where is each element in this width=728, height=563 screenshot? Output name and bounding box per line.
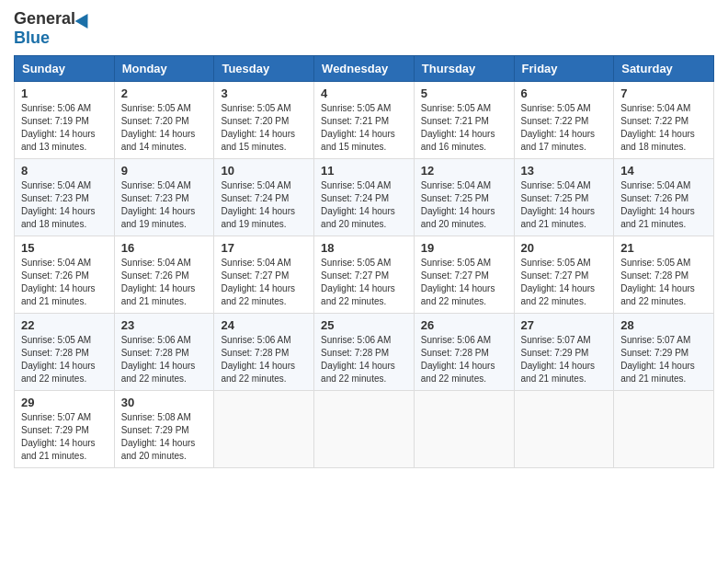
calendar-cell: 8 Sunrise: 5:04 AMSunset: 7:23 PMDayligh… <box>15 159 115 236</box>
day-number: 5 <box>421 86 507 100</box>
calendar-cell: 30 Sunrise: 5:08 AMSunset: 7:29 PMDaylig… <box>114 391 214 468</box>
calendar-cell: 10 Sunrise: 5:04 AMSunset: 7:24 PMDaylig… <box>214 159 314 236</box>
day-number: 1 <box>21 86 108 100</box>
day-info: Sunrise: 5:05 AMSunset: 7:27 PMDaylight:… <box>421 258 495 306</box>
calendar-cell: 20 Sunrise: 5:05 AMSunset: 7:27 PMDaylig… <box>514 236 614 314</box>
calendar-week-2: 8 Sunrise: 5:04 AMSunset: 7:23 PMDayligh… <box>15 159 714 236</box>
day-info: Sunrise: 5:05 AMSunset: 7:20 PMDaylight:… <box>221 103 295 152</box>
day-number: 23 <box>121 318 208 332</box>
weekday-header-monday: Monday <box>114 56 214 82</box>
calendar-week-4: 22 Sunrise: 5:05 AMSunset: 7:28 PMDaylig… <box>15 314 714 391</box>
calendar-cell: 17 Sunrise: 5:04 AMSunset: 7:27 PMDaylig… <box>214 236 314 314</box>
day-number: 4 <box>321 86 407 100</box>
logo: General Blue <box>14 9 94 48</box>
day-info: Sunrise: 5:04 AMSunset: 7:26 PMDaylight:… <box>121 258 196 306</box>
day-number: 2 <box>121 86 208 100</box>
calendar-cell: 7 Sunrise: 5:04 AMSunset: 7:22 PMDayligh… <box>614 82 714 159</box>
day-info: Sunrise: 5:05 AMSunset: 7:22 PMDaylight:… <box>521 103 596 152</box>
day-number: 14 <box>620 164 707 178</box>
day-info: Sunrise: 5:08 AMSunset: 7:29 PMDaylight:… <box>121 412 196 461</box>
calendar-cell: 6 Sunrise: 5:05 AMSunset: 7:22 PMDayligh… <box>514 82 614 159</box>
day-number: 13 <box>521 164 608 178</box>
calendar-week-5: 29 Sunrise: 5:07 AMSunset: 7:29 PMDaylig… <box>15 391 714 468</box>
calendar-cell: 23 Sunrise: 5:06 AMSunset: 7:28 PMDaylig… <box>114 314 214 391</box>
day-info: Sunrise: 5:06 AMSunset: 7:28 PMDaylight:… <box>421 335 495 384</box>
calendar-cell: 14 Sunrise: 5:04 AMSunset: 7:26 PMDaylig… <box>614 159 714 236</box>
day-info: Sunrise: 5:07 AMSunset: 7:29 PMDaylight:… <box>620 335 695 384</box>
day-number: 16 <box>121 241 208 255</box>
calendar-table: SundayMondayTuesdayWednesdayThursdayFrid… <box>14 55 714 468</box>
day-info: Sunrise: 5:06 AMSunset: 7:19 PMDaylight:… <box>21 103 96 152</box>
day-number: 17 <box>221 241 307 255</box>
day-info: Sunrise: 5:06 AMSunset: 7:28 PMDaylight:… <box>121 335 196 384</box>
day-number: 12 <box>421 164 507 178</box>
day-number: 21 <box>620 241 707 255</box>
day-number: 6 <box>521 86 608 100</box>
day-info: Sunrise: 5:04 AMSunset: 7:25 PMDaylight:… <box>521 180 596 229</box>
calendar-week-3: 15 Sunrise: 5:04 AMSunset: 7:26 PMDaylig… <box>15 236 714 314</box>
calendar-cell: 18 Sunrise: 5:05 AMSunset: 7:27 PMDaylig… <box>314 236 415 314</box>
calendar-week-1: 1 Sunrise: 5:06 AMSunset: 7:19 PMDayligh… <box>15 82 714 159</box>
day-info: Sunrise: 5:05 AMSunset: 7:21 PMDaylight:… <box>421 103 495 152</box>
calendar-cell: 19 Sunrise: 5:05 AMSunset: 7:27 PMDaylig… <box>414 236 514 314</box>
logo-icon <box>75 9 95 28</box>
day-info: Sunrise: 5:04 AMSunset: 7:25 PMDaylight:… <box>421 180 495 229</box>
day-number: 10 <box>221 164 307 178</box>
calendar-cell: 1 Sunrise: 5:06 AMSunset: 7:19 PMDayligh… <box>15 82 115 159</box>
weekday-header-thursday: Thursday <box>414 56 514 82</box>
day-info: Sunrise: 5:04 AMSunset: 7:27 PMDaylight:… <box>221 258 295 306</box>
day-number: 29 <box>21 396 108 409</box>
weekday-header-sunday: Sunday <box>15 56 115 82</box>
day-number: 19 <box>421 241 507 255</box>
weekday-header-tuesday: Tuesday <box>214 56 314 82</box>
day-number: 22 <box>21 318 108 332</box>
calendar-cell: 5 Sunrise: 5:05 AMSunset: 7:21 PMDayligh… <box>414 82 514 159</box>
day-number: 30 <box>121 396 208 409</box>
day-number: 26 <box>421 318 507 332</box>
logo-general-text: General <box>14 9 75 29</box>
day-number: 7 <box>620 86 707 100</box>
calendar-cell: 25 Sunrise: 5:06 AMSunset: 7:28 PMDaylig… <box>314 314 415 391</box>
calendar-cell <box>514 391 614 468</box>
calendar-cell: 11 Sunrise: 5:04 AMSunset: 7:24 PMDaylig… <box>314 159 415 236</box>
calendar-cell: 2 Sunrise: 5:05 AMSunset: 7:20 PMDayligh… <box>114 82 214 159</box>
calendar-cell <box>214 391 314 468</box>
day-number: 3 <box>221 86 307 100</box>
calendar-cell: 28 Sunrise: 5:07 AMSunset: 7:29 PMDaylig… <box>614 314 714 391</box>
calendar-cell: 12 Sunrise: 5:04 AMSunset: 7:25 PMDaylig… <box>414 159 514 236</box>
calendar-cell: 29 Sunrise: 5:07 AMSunset: 7:29 PMDaylig… <box>15 391 115 468</box>
calendar-cell: 21 Sunrise: 5:05 AMSunset: 7:28 PMDaylig… <box>614 236 714 314</box>
weekday-header-wednesday: Wednesday <box>314 56 415 82</box>
day-info: Sunrise: 5:07 AMSunset: 7:29 PMDaylight:… <box>521 335 596 384</box>
day-number: 18 <box>321 241 407 255</box>
calendar-cell: 9 Sunrise: 5:04 AMSunset: 7:23 PMDayligh… <box>114 159 214 236</box>
weekday-header-row: SundayMondayTuesdayWednesdayThursdayFrid… <box>15 56 714 82</box>
logo-blue-text: Blue <box>14 29 50 48</box>
day-info: Sunrise: 5:05 AMSunset: 7:28 PMDaylight:… <box>620 258 695 306</box>
day-number: 20 <box>521 241 608 255</box>
day-info: Sunrise: 5:06 AMSunset: 7:28 PMDaylight:… <box>221 335 295 384</box>
day-info: Sunrise: 5:07 AMSunset: 7:29 PMDaylight:… <box>21 412 96 461</box>
calendar-cell: 24 Sunrise: 5:06 AMSunset: 7:28 PMDaylig… <box>214 314 314 391</box>
day-number: 25 <box>321 318 407 332</box>
day-number: 24 <box>221 318 307 332</box>
day-info: Sunrise: 5:04 AMSunset: 7:23 PMDaylight:… <box>121 180 196 229</box>
day-info: Sunrise: 5:04 AMSunset: 7:23 PMDaylight:… <box>21 180 96 229</box>
day-number: 9 <box>121 164 208 178</box>
day-number: 28 <box>620 318 707 332</box>
calendar-cell: 22 Sunrise: 5:05 AMSunset: 7:28 PMDaylig… <box>15 314 115 391</box>
calendar-cell: 13 Sunrise: 5:04 AMSunset: 7:25 PMDaylig… <box>514 159 614 236</box>
day-info: Sunrise: 5:04 AMSunset: 7:24 PMDaylight:… <box>321 180 395 229</box>
calendar-cell: 16 Sunrise: 5:04 AMSunset: 7:26 PMDaylig… <box>114 236 214 314</box>
calendar-cell <box>614 391 714 468</box>
day-number: 8 <box>21 164 108 178</box>
day-number: 15 <box>21 241 108 255</box>
header: General Blue <box>14 9 714 48</box>
day-info: Sunrise: 5:04 AMSunset: 7:24 PMDaylight:… <box>221 180 295 229</box>
calendar-cell: 3 Sunrise: 5:05 AMSunset: 7:20 PMDayligh… <box>214 82 314 159</box>
day-info: Sunrise: 5:04 AMSunset: 7:26 PMDaylight:… <box>21 258 96 306</box>
calendar-cell <box>314 391 415 468</box>
day-info: Sunrise: 5:05 AMSunset: 7:27 PMDaylight:… <box>321 258 395 306</box>
day-info: Sunrise: 5:05 AMSunset: 7:27 PMDaylight:… <box>521 258 596 306</box>
day-info: Sunrise: 5:05 AMSunset: 7:21 PMDaylight:… <box>321 103 395 152</box>
